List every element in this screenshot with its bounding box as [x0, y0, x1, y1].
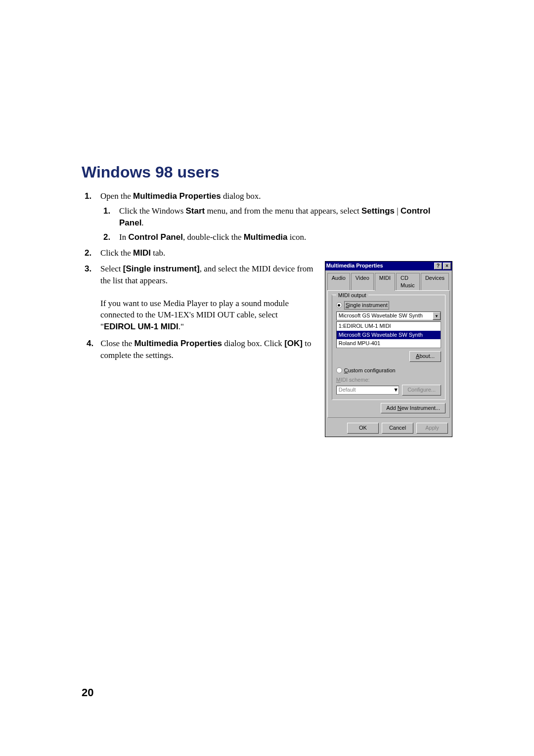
manual-page: Windows 98 users Open the Multimedia Pro… [0, 0, 534, 756]
radio-icon [336, 367, 342, 373]
cancel-button[interactable]: Cancel [382, 423, 413, 433]
section-heading: Windows 98 users [82, 163, 452, 181]
single-instrument-radio[interactable]: Single instrument [336, 301, 441, 310]
sub-list: Click the Windows Start menu, and from t… [100, 205, 452, 243]
instrument-combo[interactable]: Microsoft GS Wavetable SW Synth ▼ [336, 311, 441, 320]
dialog-title: Multimedia Properties [326, 262, 383, 269]
sub-step-1: Click the Windows Start menu, and from t… [114, 205, 452, 229]
step-4-num: 4. [87, 339, 93, 348]
radio-label: Single instrument [344, 301, 389, 310]
midi-tab-content: Single instrument Microsoft GS Wavetable… [327, 290, 450, 418]
chevron-down-icon: ▼ [433, 312, 441, 320]
instruction-list: Open the Multimedia Properties dialog bo… [82, 190, 452, 437]
t: Select [100, 264, 123, 273]
t: menu, and from the menu that appears, se… [205, 206, 361, 216]
add-new-instrument-button[interactable]: Add New Instrument... [381, 403, 445, 413]
apply-button: Apply [416, 423, 448, 433]
step-text: dialog box. [221, 191, 261, 201]
instrument-listbox[interactable]: 1:EDIROL UM-1 MIDI Microsoft GS Wavetabl… [336, 321, 441, 348]
midi-output-group: Single instrument Microsoft GS Wavetable… [332, 295, 445, 400]
t: Close the [100, 339, 134, 348]
custom-config-radio[interactable]: Custom configuration [336, 367, 441, 374]
list-item[interactable]: Microsoft GS Wavetable SW Synth [337, 331, 441, 339]
t: . [141, 218, 143, 227]
radio-label: Custom configuration [344, 367, 396, 374]
scheme-combo: Default ▼ [336, 386, 399, 395]
chevron-down-icon: ▼ [393, 386, 399, 394]
t: icon. [287, 232, 306, 242]
bold: Start [186, 206, 205, 216]
bold: Multimedia Properties [134, 339, 222, 348]
bold: Multimedia [244, 232, 288, 242]
tab-audio[interactable]: Audio [327, 273, 350, 291]
tab-video[interactable]: Video [351, 273, 374, 291]
bold: Multimedia Properties [133, 191, 221, 201]
combo-value: Microsoft GS Wavetable SW Synth [337, 312, 433, 319]
bold: EDIROL UM-1 MIDI [104, 322, 178, 331]
bold: [Single instrument] [123, 264, 200, 273]
t: ." [178, 322, 184, 331]
step-3-text: Select [Single instrument], and select t… [100, 263, 315, 361]
t: Click the Windows [119, 206, 186, 216]
midi-scheme-label: MIDI scheme: [336, 376, 441, 384]
dialog-button-row: OK Cancel Apply [325, 420, 452, 436]
step-4-inline: 4. Close the Multimedia Properties dialo… [100, 338, 315, 361]
list-item[interactable]: 1:EDIROL UM-1 MIDI [337, 322, 441, 330]
bold: Control Panel [128, 232, 183, 242]
t: In [119, 232, 128, 242]
list-item[interactable]: Roland MPU-401 [337, 339, 441, 348]
t: dialog box. Click [222, 339, 284, 348]
about-button[interactable]: About... [409, 351, 441, 361]
t: tab. [151, 248, 165, 258]
ok-button[interactable]: OK [347, 423, 379, 433]
titlebar[interactable]: Multimedia Properties ? × [325, 262, 452, 270]
tab-midi[interactable]: MIDI [375, 273, 395, 291]
step-2: Click the MIDI tab. [95, 247, 452, 259]
scheme-value: Default [337, 386, 394, 394]
step-text: Open the [100, 191, 133, 201]
multimedia-properties-dialog: Multimedia Properties ? × Audio Video MI… [325, 261, 452, 437]
step-1: Open the Multimedia Properties dialog bo… [95, 190, 452, 243]
bold: MIDI [133, 248, 151, 258]
t: Click the [100, 248, 133, 258]
radio-icon [336, 302, 342, 308]
bold: Settings [361, 206, 395, 216]
tab-cd-music[interactable]: CD Music [396, 273, 420, 291]
page-number: 20 [82, 686, 93, 699]
tab-devices[interactable]: Devices [421, 273, 449, 291]
step-3: Select [Single instrument], and select t… [95, 263, 452, 437]
tab-strip: Audio Video MIDI CD Music Devices [325, 270, 452, 290]
t: , double-click the [183, 232, 244, 242]
bold: [OK] [284, 339, 303, 348]
configure-button: Configure... [402, 385, 441, 395]
help-button[interactable]: ? [434, 263, 442, 269]
close-button[interactable]: × [443, 263, 451, 269]
t: | [395, 206, 400, 216]
sub-step-2: In Control Panel, double-click the Multi… [114, 231, 452, 243]
